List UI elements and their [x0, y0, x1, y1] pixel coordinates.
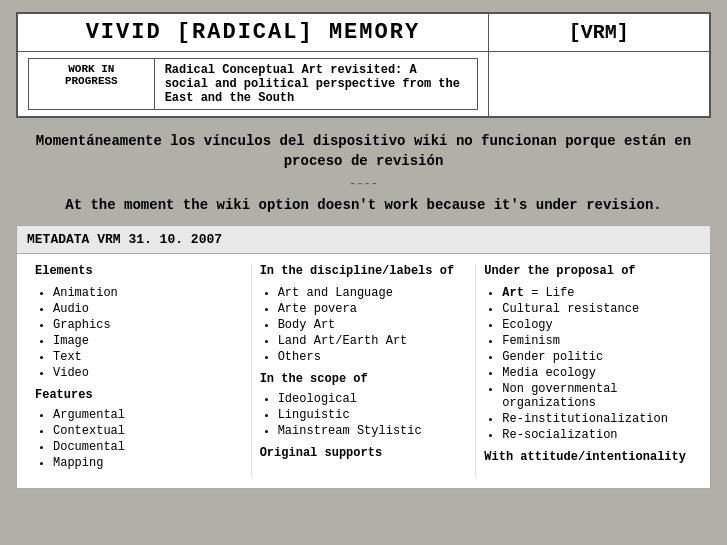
list-item: Art = Life: [502, 286, 692, 300]
header-table: VIVID [RADICAL] MEMORY [VRM] WORK INPROG…: [16, 12, 711, 118]
list-item: Cultural resistance: [502, 302, 692, 316]
list-item: Art and Language: [278, 286, 468, 300]
scope-heading: In the scope of: [260, 372, 468, 386]
col3-heading: Under the proposal of: [484, 264, 692, 278]
elements-list: Animation Audio Graphics Image Text Vide…: [35, 286, 243, 380]
list-item: Ideological: [278, 392, 468, 406]
list-item: Body Art: [278, 318, 468, 332]
list-item: Mapping: [53, 456, 243, 470]
art-bold: Art: [502, 286, 524, 300]
list-item: Mainstream Stylistic: [278, 424, 468, 438]
vrm-label: [VRM]: [499, 21, 699, 44]
list-item: Media ecology: [502, 366, 692, 380]
notice-spanish: Momentáneamente los vínculos del disposi…: [16, 132, 711, 171]
col-proposal: Under the proposal of Art = Life Cultura…: [476, 264, 700, 478]
list-item: Image: [53, 334, 243, 348]
metadata-columns: Elements Animation Audio Graphics Image …: [17, 254, 710, 488]
proposal-list: Art = Life Cultural resistance Ecology F…: [484, 286, 692, 442]
list-item: Others: [278, 350, 468, 364]
list-item: Documental: [53, 440, 243, 454]
scope-list: Ideological Linguistic Mainstream Stylis…: [260, 392, 468, 438]
metadata-header: METADATA VRM 31. 10. 2007: [17, 226, 710, 254]
col1-heading: Elements: [35, 264, 243, 278]
list-item: Ecology: [502, 318, 692, 332]
site-title: VIVID [RADICAL] MEMORY: [28, 20, 478, 45]
list-item: Graphics: [53, 318, 243, 332]
attitude-heading: With attitude/intentionality: [484, 450, 692, 464]
col2-heading: In the discipline/labels of: [260, 264, 468, 278]
list-item: Text: [53, 350, 243, 364]
list-item: Re-institutionalization: [502, 412, 692, 426]
list-item: Re-socialization: [502, 428, 692, 442]
list-item: Animation: [53, 286, 243, 300]
list-item: Gender politic: [502, 350, 692, 364]
subtitle-text: Radical Conceptual Art revisited: A soci…: [165, 63, 467, 105]
list-item: Non governmental organizations: [502, 382, 692, 410]
list-item: Land Art/Earth Art: [278, 334, 468, 348]
list-item: Feminism: [502, 334, 692, 348]
features-heading: Features: [35, 388, 243, 402]
notice-english: At the moment the wiki option doesn't wo…: [16, 197, 711, 213]
separator: ----: [16, 177, 711, 191]
list-item: Video: [53, 366, 243, 380]
col-discipline: In the discipline/labels of Art and Lang…: [252, 264, 477, 478]
metadata-box: METADATA VRM 31. 10. 2007 Elements Anima…: [16, 225, 711, 489]
list-item: Arte povera: [278, 302, 468, 316]
col-elements: Elements Animation Audio Graphics Image …: [27, 264, 252, 478]
page-wrapper: VIVID [RADICAL] MEMORY [VRM] WORK INPROG…: [0, 0, 727, 501]
list-item: Linguistic: [278, 408, 468, 422]
list-item: Audio: [53, 302, 243, 316]
list-item: Contextual: [53, 424, 243, 438]
original-supports-heading: Original supports: [260, 446, 468, 460]
list-item: Argumental: [53, 408, 243, 422]
work-in-progress-label: WORK INPROGRESS: [37, 63, 146, 87]
features-list: Argumental Contextual Documental Mapping: [35, 408, 243, 470]
discipline-list: Art and Language Arte povera Body Art La…: [260, 286, 468, 364]
